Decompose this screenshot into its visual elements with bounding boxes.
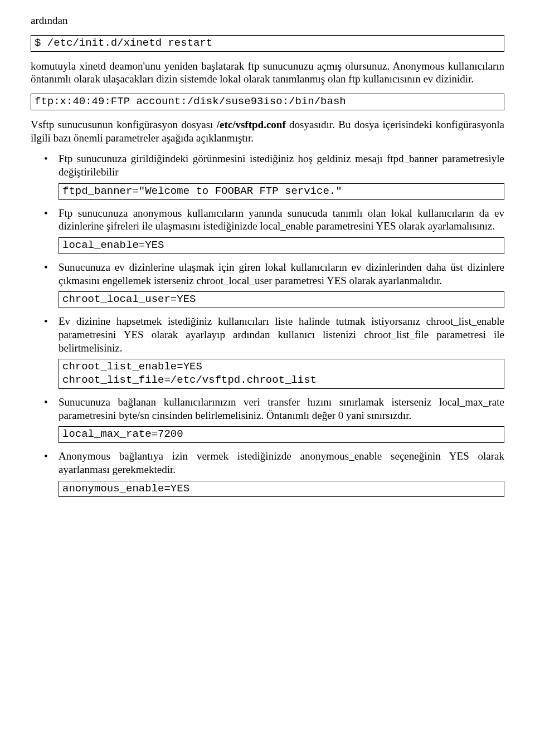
paragraph-intro-2: Vsftp sunucusunun konfigürasyon dosyası …: [31, 118, 504, 145]
list-item-text: Ftp sunucunuza girildiğindeki görünmesin…: [59, 152, 504, 179]
list-item-text: Ftp sunucunuza anonymous kullanıcıların …: [59, 207, 504, 233]
list-item: Sunucunuza ev dizinlerine ulaşmak için g…: [31, 261, 504, 308]
code-block-anonymous-enable: anonymous_enable=YES: [59, 481, 504, 498]
list-item-text: Sunucunuza ev dizinlerine ulaşmak için g…: [59, 261, 504, 287]
code-block-ftp-account: ftp:x:40:49:FTP account:/disk/suse93iso:…: [31, 94, 504, 110]
code-block-chroot-local-user: chroot_local_user=YES: [59, 291, 504, 308]
list-item: Anonymous bağlantıya izin vermek istediğ…: [31, 450, 504, 497]
code-block-ftpd-banner: ftpd_banner="Welcome to FOOBAR FTP servi…: [59, 183, 504, 200]
paragraph-intro-0: ardından: [31, 14, 504, 27]
code-block-restart: $ /etc/init.d/xinetd restart: [31, 35, 504, 52]
code-block-local-enable: local_enable=YES: [59, 237, 504, 254]
list-item-text: Anonymous bağlantıya izin vermek istediğ…: [59, 450, 504, 476]
code-block-local-max-rate: local_max_rate=7200: [59, 426, 504, 443]
list-item-text: Ev dizinine hapsetmek istediğiniz kullan…: [59, 315, 504, 354]
list-item: Ftp sunucunuza girildiğindeki görünmesin…: [31, 152, 504, 199]
config-file-name: /etc/vsftpd.conf: [217, 119, 286, 130]
list-item: Ev dizinine hapsetmek istediğiniz kullan…: [31, 315, 504, 389]
paragraph-intro-1: komutuyla xinetd deamon'unu yeniden başl…: [31, 60, 504, 86]
code-block-chroot-list: chroot_list_enable=YES chroot_list_file=…: [59, 359, 504, 389]
list-item-text: Sunucunuza bağlanan kullanıcılarınızın v…: [59, 396, 504, 422]
list-item: Ftp sunucunuza anonymous kullanıcıların …: [31, 207, 504, 254]
text-segment: Vsftp sunucusunun konfigürasyon dosyası: [31, 119, 217, 130]
list-item: Sunucunuza bağlanan kullanıcılarınızın v…: [31, 396, 504, 443]
parameter-list: Ftp sunucunuza girildiğindeki görünmesin…: [31, 152, 504, 497]
